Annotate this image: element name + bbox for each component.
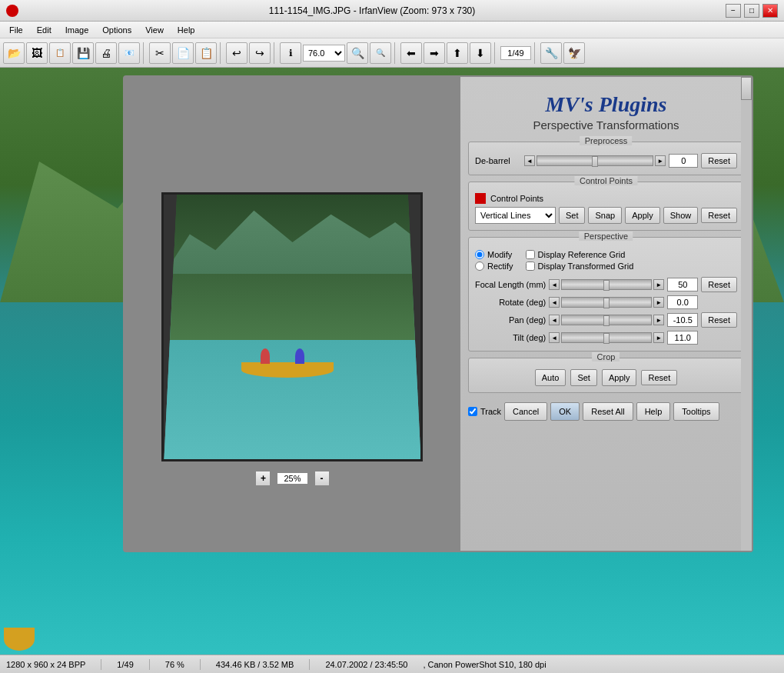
pan-track[interactable]	[561, 315, 652, 325]
tooltips-button[interactable]: Tooltips	[673, 402, 719, 421]
save-button[interactable]: 💾	[72, 42, 94, 64]
track-checkbox[interactable]	[468, 407, 477, 416]
status-zoom: 76 %	[165, 660, 184, 669]
debarrel-right-arrow[interactable]: ►	[655, 155, 666, 166]
cancel-button[interactable]: Cancel	[504, 402, 547, 421]
display-ref-grid-checkbox[interactable]	[526, 250, 535, 259]
info2-button[interactable]: ℹ	[280, 42, 301, 64]
dialog-scrollbar[interactable]	[741, 77, 752, 551]
menu-image[interactable]: Image	[59, 24, 95, 36]
pan-input[interactable]	[667, 313, 698, 327]
tool1-button[interactable]: 🔧	[540, 42, 562, 64]
zoom-out-button[interactable]: 🔍	[370, 42, 391, 64]
focal-length-input[interactable]	[667, 278, 698, 292]
ok-button[interactable]: OK	[550, 402, 580, 421]
cp-snap-button[interactable]: Snap	[588, 207, 622, 224]
trans-grid-row: Display Transformed Grid	[526, 262, 634, 271]
tool2-button[interactable]: 🦅	[563, 42, 585, 64]
rotate-thumb[interactable]	[603, 298, 610, 308]
tilt-slider-container: ◄ ►	[549, 332, 664, 343]
reset-all-button[interactable]: Reset All	[583, 402, 633, 421]
cp-set-button[interactable]: Set	[559, 207, 586, 224]
focal-length-reset[interactable]: Reset	[701, 277, 737, 292]
scrollbar-thumb[interactable]	[741, 77, 752, 100]
menu-options[interactable]: Options	[96, 24, 138, 36]
thumbnails-button[interactable]: 🖼	[26, 42, 48, 64]
maximize-button[interactable]: □	[744, 4, 759, 18]
menu-view[interactable]: View	[139, 24, 170, 36]
open-button[interactable]: 📂	[3, 42, 25, 64]
pan-left[interactable]: ◄	[549, 315, 560, 325]
next-button[interactable]: ➡	[424, 42, 445, 64]
display-ref-grid-label: Display Reference Grid	[538, 250, 626, 259]
pan-thumb[interactable]	[603, 315, 610, 326]
menu-help[interactable]: Help	[171, 24, 201, 36]
crop-set-button[interactable]: Set	[570, 369, 597, 386]
preview-zoom-plus[interactable]: +	[255, 471, 271, 486]
preview-zoom-minus[interactable]: -	[314, 471, 330, 486]
preprocess-row: De-barrel ◄ ► 0 Reset	[475, 153, 737, 168]
rectify-radio-row: Rectify	[475, 262, 513, 271]
debarrel-reset-button[interactable]: Reset	[701, 153, 737, 168]
debarrel-left-arrow[interactable]: ◄	[524, 155, 535, 166]
prev-button[interactable]: ⬅	[400, 42, 422, 64]
preprocess-section: Preprocess De-barrel ◄ ► 0 Reset	[468, 142, 744, 175]
zoom-in-button[interactable]: 🔍	[347, 42, 368, 64]
focal-length-left[interactable]: ◄	[549, 279, 560, 290]
preview-zoom-value: 25%	[277, 472, 307, 485]
pan-right[interactable]: ►	[653, 315, 664, 325]
control-points-title: Control Points	[575, 176, 637, 185]
focal-length-right[interactable]: ►	[653, 279, 664, 290]
plugin-logo: MV's Plugins Perspective Transformations	[468, 85, 744, 135]
display-trans-grid-checkbox[interactable]	[526, 262, 535, 271]
mail-button[interactable]: 📧	[118, 42, 140, 64]
cp-controls: Vertical Lines Horizontal Lines Grid Set…	[475, 207, 737, 224]
plugin-subtitle: Perspective Transformations	[468, 118, 744, 132]
pan-reset[interactable]: Reset	[701, 312, 737, 328]
tilt-left[interactable]: ◄	[549, 332, 560, 343]
rotate-input[interactable]	[667, 295, 698, 309]
rotate-track[interactable]	[561, 297, 652, 308]
cp-type-dropdown[interactable]: Vertical Lines Horizontal Lines Grid	[475, 207, 556, 224]
menu-file[interactable]: File	[3, 24, 29, 36]
tilt-thumb[interactable]	[603, 333, 610, 344]
tilt-track[interactable]	[561, 332, 652, 343]
debarrel-value-input[interactable]: 0	[669, 154, 698, 168]
minimize-button[interactable]: −	[726, 4, 741, 18]
paste-button[interactable]: 📋	[195, 42, 217, 64]
cp-apply-button[interactable]: Apply	[625, 207, 660, 224]
display-trans-grid-label: Display Transformed Grid	[538, 262, 634, 271]
cp-show-button[interactable]: Show	[663, 207, 699, 224]
app-logo	[6, 5, 18, 17]
help-button[interactable]: Help	[636, 402, 671, 421]
nav-down-button[interactable]: ⬇	[470, 42, 491, 64]
crop-apply-button[interactable]: Apply	[602, 369, 637, 386]
modify-radio[interactable]	[475, 250, 484, 259]
crop-auto-button[interactable]: Auto	[535, 369, 566, 386]
debarrel-thumb[interactable]	[592, 156, 598, 167]
tilt-right[interactable]: ►	[653, 332, 664, 343]
tilt-input[interactable]	[667, 331, 698, 345]
menu-edit[interactable]: Edit	[31, 24, 58, 36]
crop-reset-button[interactable]: Reset	[641, 370, 677, 385]
redo-button[interactable]: ↪	[249, 42, 271, 64]
rotate-left[interactable]: ◄	[549, 297, 560, 308]
cut-button[interactable]: ✂	[149, 42, 171, 64]
cp-reset-button[interactable]: Reset	[701, 208, 737, 223]
undo-button[interactable]: ↩	[226, 42, 247, 64]
print-button[interactable]: 🖨	[95, 42, 117, 64]
close-button[interactable]: ✕	[762, 4, 778, 18]
copy-button[interactable]: 📄	[172, 42, 194, 64]
focal-length-track[interactable]	[561, 279, 652, 290]
nav-counter: 1/49	[500, 46, 531, 60]
rectify-radio[interactable]	[475, 262, 484, 271]
rotate-right[interactable]: ►	[653, 297, 664, 308]
debarrel-slider-container: ◄ ►	[524, 155, 666, 166]
zoom-select[interactable]: 76.0 100 50 25	[303, 45, 345, 62]
perspective-modes: Modify Rectify	[475, 250, 513, 271]
focal-length-thumb[interactable]	[603, 280, 610, 291]
info-button[interactable]: 📋	[49, 42, 71, 64]
debarrel-label: De-barrel	[475, 156, 521, 165]
nav-up-button[interactable]: ⬆	[447, 42, 468, 64]
debarrel-track[interactable]	[537, 155, 653, 166]
